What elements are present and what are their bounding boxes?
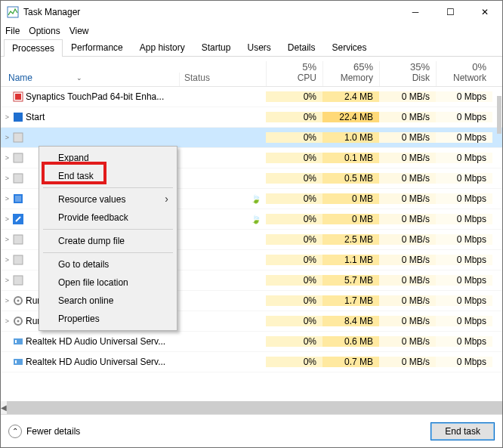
svg-rect-10 [14, 235, 23, 244]
process-name: Realtek HD Audio Universal Serv... [26, 357, 165, 367]
expand-icon[interactable]: > [4, 175, 11, 182]
context-menu: ExpandEnd taskResource valuesProvide fee… [39, 146, 177, 331]
cell-cpu: 0% [266, 234, 322, 245]
menu-separator [43, 187, 173, 188]
column-disk[interactable]: 35%Disk [379, 61, 436, 86]
sort-indicator-icon: ⌄ [76, 74, 82, 82]
cell-disk: 0 MB/s [379, 153, 436, 163]
cell-network: 0 Mbps [436, 153, 492, 163]
menu-separator [43, 252, 173, 253]
cell-memory: 5.7 MB [322, 275, 379, 286]
table-row[interactable]: >Start0%22.4 MB0 MB/s0 Mbps [1, 107, 502, 128]
minimize-button[interactable]: ─ [398, 1, 433, 23]
cell-disk: 0 MB/s [379, 173, 436, 184]
expand-icon[interactable]: > [4, 154, 11, 162]
tab-processes[interactable]: Processes [4, 39, 63, 57]
tab-services[interactable]: Services [324, 39, 375, 56]
column-network[interactable]: 0%Network [436, 61, 492, 86]
tab-users[interactable]: Users [239, 39, 279, 56]
menu-item-expand[interactable]: Expand [42, 149, 174, 167]
expand-icon[interactable]: > [4, 236, 11, 243]
maximize-button[interactable]: ☐ [433, 1, 468, 23]
cell-disk: 0 MB/s [379, 357, 436, 367]
expand-icon[interactable]: > [4, 297, 11, 304]
cell-disk: 0 MB/s [379, 255, 436, 265]
menu-options[interactable]: Options [29, 26, 60, 36]
expand-icon[interactable]: > [4, 195, 11, 202]
menu-view[interactable]: View [69, 26, 89, 36]
cell-memory: 1.7 MB [322, 295, 379, 306]
svg-rect-5 [14, 153, 23, 162]
horizontal-scrollbar[interactable]: ◀ ▶ [1, 401, 502, 414]
process-name: Start [26, 112, 45, 122]
cell-memory: 8.4 MB [322, 316, 379, 326]
scroll-left-icon[interactable]: ◀ [1, 403, 7, 412]
cell-cpu: 0% [266, 255, 322, 265]
tab-startup[interactable]: Startup [193, 39, 239, 56]
expand-icon[interactable]: > [4, 317, 11, 325]
cell-status: 🍃 [179, 194, 266, 204]
tab-details[interactable]: Details [279, 39, 324, 56]
table-row[interactable]: Realtek HD Audio Universal Serv...0%0.7 … [1, 352, 502, 372]
process-icon [12, 274, 24, 286]
process-icon [12, 152, 24, 164]
scrollbar-thumb[interactable] [7, 401, 503, 414]
fewer-details-toggle[interactable]: ⌃ Fewer details [8, 425, 80, 438]
table-row[interactable]: >0%1.0 MB0 MB/s0 Mbps [1, 128, 502, 148]
cell-cpu: 0% [266, 153, 322, 163]
menu-item-provide-feedback[interactable]: Provide feedback [42, 209, 174, 227]
cell-network: 0 Mbps [436, 214, 492, 224]
end-task-button[interactable]: End task [430, 422, 495, 440]
cell-disk: 0 MB/s [379, 316, 436, 326]
menu-item-search-online[interactable]: Search online [42, 292, 174, 310]
expand-icon[interactable]: > [4, 215, 11, 223]
expand-icon[interactable]: > [4, 256, 11, 264]
cell-disk: 0 MB/s [379, 112, 436, 122]
process-icon [12, 91, 24, 103]
cell-cpu: 0% [266, 336, 322, 347]
menu-item-create-dump-file[interactable]: Create dump file [42, 232, 174, 250]
expand-icon[interactable]: > [4, 113, 11, 121]
cell-name: > [1, 131, 179, 144]
cell-disk: 0 MB/s [379, 91, 436, 102]
menu-file[interactable]: File [5, 26, 20, 36]
column-memory[interactable]: 65%Memory [322, 61, 379, 86]
svg-point-16 [17, 320, 20, 323]
cell-memory: 1.0 MB [322, 132, 379, 143]
close-button[interactable]: ✕ [468, 1, 502, 23]
process-name: Synaptics TouchPad 64-bit Enha... [26, 91, 164, 102]
footer: ⌃ Fewer details End task [1, 414, 502, 447]
menu-item-open-file-location[interactable]: Open file location [42, 273, 174, 292]
cell-disk: 0 MB/s [379, 295, 436, 306]
tab-performance[interactable]: Performance [63, 39, 131, 56]
cell-name: Realtek HD Audio Universal Serv... [1, 356, 179, 368]
titlebar: Task Manager ─ ☐ ✕ [1, 1, 502, 23]
menu-item-properties[interactable]: Properties [42, 310, 174, 328]
expand-icon[interactable]: > [4, 134, 11, 141]
process-icon [12, 295, 24, 307]
svg-rect-2 [15, 94, 21, 100]
process-icon [12, 193, 24, 205]
cell-cpu: 0% [266, 357, 322, 367]
menu-item-resource-values[interactable]: Resource values [42, 190, 174, 209]
svg-rect-11 [14, 255, 23, 264]
cell-status: 🍃 [179, 215, 266, 224]
menu-separator [43, 229, 173, 230]
cell-disk: 0 MB/s [379, 234, 436, 245]
cell-network: 0 Mbps [436, 255, 492, 265]
column-name[interactable]: ⌄ Name [1, 73, 179, 86]
column-status[interactable]: Status [179, 73, 266, 86]
expand-icon[interactable]: > [4, 277, 11, 284]
tab-app-history[interactable]: App history [131, 39, 193, 56]
cell-disk: 0 MB/s [379, 214, 436, 224]
cell-network: 0 Mbps [436, 132, 492, 143]
menu-item-end-task[interactable]: End task [42, 167, 174, 185]
cell-network: 0 Mbps [436, 295, 492, 306]
table-row[interactable]: Realtek HD Audio Universal Serv...0%0.6 … [1, 332, 502, 352]
vertical-scrollbar-thumb[interactable] [497, 96, 501, 134]
column-cpu[interactable]: 5%CPU [266, 61, 322, 86]
menu-item-go-to-details[interactable]: Go to details [42, 255, 174, 273]
cell-cpu: 0% [266, 193, 322, 204]
cell-cpu: 0% [266, 91, 322, 102]
table-row[interactable]: Synaptics TouchPad 64-bit Enha...0%2.4 M… [1, 87, 502, 107]
